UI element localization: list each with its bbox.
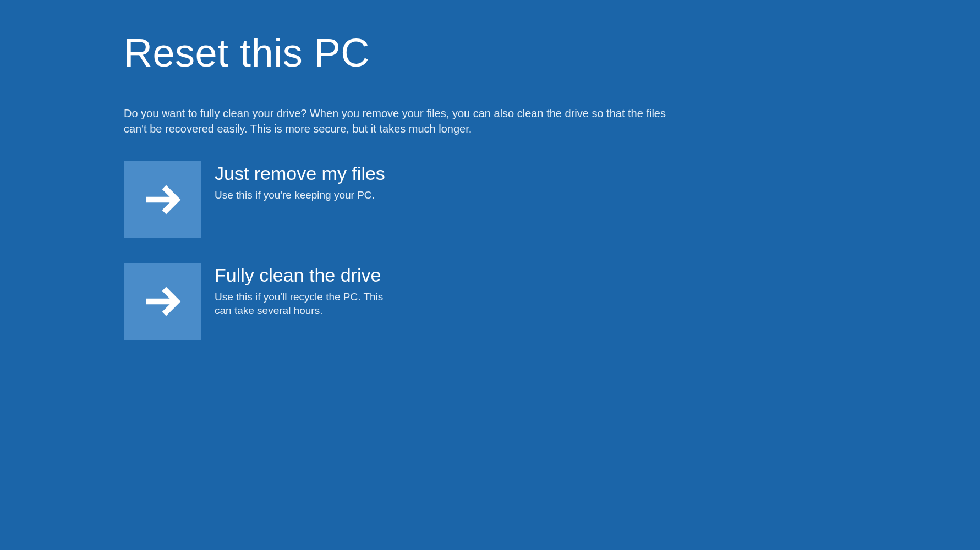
option-description: Use this if you'll recycle the PC. This …: [215, 290, 391, 318]
arrow-right-icon: [124, 263, 201, 340]
reset-pc-screen: Reset this PC Do you want to fully clean…: [0, 0, 980, 550]
page-title: Reset this PC: [124, 30, 980, 75]
option-description: Use this if you're keeping your PC.: [215, 188, 385, 202]
fully-clean-drive-button[interactable]: Fully clean the drive Use this if you'll…: [124, 263, 391, 340]
arrow-right-icon: [124, 161, 201, 238]
option-title: Just remove my files: [215, 162, 385, 185]
option-text-block: Fully clean the drive Use this if you'll…: [215, 263, 391, 318]
page-description: Do you want to fully clean your drive? W…: [124, 106, 674, 136]
just-remove-files-button[interactable]: Just remove my files Use this if you're …: [124, 161, 385, 238]
option-text-block: Just remove my files Use this if you're …: [215, 161, 385, 202]
option-title: Fully clean the drive: [215, 264, 391, 287]
